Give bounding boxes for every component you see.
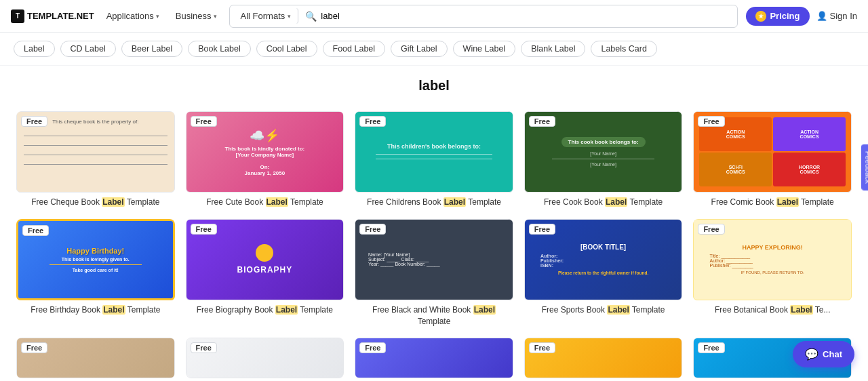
card-bottom-3[interactable]: Free: [355, 338, 513, 378]
card-preview-bottom1: Free: [16, 338, 175, 378]
card-label: Free Black and White Book Label Template: [355, 304, 513, 327]
card-childrens-book[interactable]: Free This children's book belongs to: Fr…: [355, 111, 513, 208]
chip-label[interactable]: Label: [14, 41, 55, 57]
chip-book-label[interactable]: Book Label: [188, 41, 251, 57]
preview-details: Author:Publisher:ISBN:: [540, 254, 666, 268]
preview-title: Happy Birthday!: [66, 247, 124, 255]
card-label: Free Botanical Book Label Te...: [693, 304, 852, 316]
card-label: Free Comic Book Label Template: [693, 197, 852, 208]
chat-icon: 💬: [805, 348, 818, 361]
highlight-label: Label: [102, 197, 124, 207]
free-badge: Free: [529, 342, 555, 353]
card-label: Free Biography Book Label Template: [186, 304, 344, 316]
logo[interactable]: T TEMPLATE.NET: [11, 9, 94, 23]
card-grid: Free This cheque book is the property of…: [0, 100, 868, 381]
feedback-tab[interactable]: Feedback: [861, 144, 868, 190]
card-biography-book[interactable]: Free BIOGRAPHY Free Biography Book Label…: [186, 219, 344, 327]
highlight-label: Label: [473, 305, 496, 315]
card-bottom-2[interactable]: Free: [186, 338, 344, 378]
preview-footer: Take good care of it!: [73, 268, 119, 273]
free-badge: Free: [191, 116, 217, 127]
highlight-label: Label: [605, 197, 627, 207]
card-bw-book[interactable]: Free Name: [Your Name] Subject: _____ Cl…: [355, 219, 513, 327]
preview-footer: Please return to the rightful owner if f…: [558, 270, 648, 275]
preview-name2: [Your Name]: [590, 162, 616, 167]
highlight-label: Label: [776, 197, 799, 207]
nav-applications[interactable]: Applications ▾: [102, 8, 163, 24]
card-comic-book[interactable]: Free ACTIONCOMICS ACTIONCOMICS SCI-FICOM…: [693, 111, 852, 208]
card-label: Free Cook Book Label Template: [524, 197, 683, 208]
header: T TEMPLATE.NET Applications ▾ Business ▾…: [0, 0, 868, 33]
free-badge: Free: [21, 342, 47, 353]
pricing-button[interactable]: ★ Pricing: [746, 7, 809, 26]
preview-field: [24, 140, 167, 146]
preview-line: [376, 154, 492, 155]
chevron-down-icon: ▾: [214, 13, 217, 20]
preview-line: [552, 159, 654, 159]
preview-title: This children's book belongs to:: [387, 143, 481, 150]
card-bottom-4[interactable]: Free: [524, 338, 683, 378]
comic-grid: ACTIONCOMICS ACTIONCOMICS SCI-FICOMICS H…: [699, 117, 846, 186]
preview-biography-text: BIOGRAPHY: [237, 265, 293, 275]
card-botanical-book[interactable]: Free HAPPY EXPLORING! Title: ___________…: [693, 219, 852, 327]
preview-details: Title: ___________ Author: __________ Pu…: [710, 254, 835, 268]
card-preview-bottom4: Free: [524, 338, 683, 378]
crown-icon: ★: [755, 11, 766, 22]
comic-cell-scifi: SCI-FICOMICS: [699, 153, 772, 186]
preview-subtitle: This book is lovingly given to.: [62, 257, 130, 262]
card-cheque-book[interactable]: Free This cheque book is the property of…: [16, 111, 175, 208]
avatar-icon: [256, 244, 273, 262]
highlight-label: Label: [266, 197, 288, 207]
format-selector[interactable]: All Formats ▾: [237, 8, 299, 24]
card-preview-comic: Free ACTIONCOMICS ACTIONCOMICS SCI-FICOM…: [693, 111, 852, 193]
search-input[interactable]: [321, 11, 730, 21]
free-badge: Free: [191, 342, 217, 353]
card-bottom-1[interactable]: Free: [16, 338, 175, 378]
preview-name: [Your Name]: [590, 151, 616, 156]
preview-field: [24, 159, 167, 165]
comic-cell-horror: HORRORCOMICS: [773, 153, 846, 186]
logo-icon: T: [11, 9, 24, 23]
cloud-icon: ☁️⚡: [250, 128, 279, 143]
preview-footer: IF FOUND, PLEASE RETURN TO:: [741, 270, 804, 275]
free-badge: Free: [191, 224, 217, 235]
card-preview-biography: Free BIOGRAPHY: [186, 219, 344, 300]
highlight-label: Label: [102, 305, 125, 315]
card-preview-cute: Free ☁️⚡ This book is kindly donated to:…: [186, 111, 344, 193]
card-label: Free Childrens Book Label Template: [355, 197, 513, 208]
card-preview-bw: Free Name: [Your Name] Subject: _____ Cl…: [355, 219, 513, 300]
chip-cd-label[interactable]: CD Label: [60, 41, 116, 57]
card-sports-book[interactable]: Free [BOOK TITLE] Author:Publisher:ISBN:…: [524, 219, 683, 327]
chip-gift-label[interactable]: Gift Label: [391, 41, 448, 57]
chip-labels-card[interactable]: Labels Card: [591, 41, 656, 57]
highlight-label: Label: [790, 305, 812, 315]
free-badge: Free: [22, 225, 49, 236]
signin-button[interactable]: 👤 Sign In: [816, 11, 857, 21]
chip-cool-label[interactable]: Cool Label: [256, 41, 317, 57]
user-icon: 👤: [816, 11, 827, 21]
nav-business[interactable]: Business ▾: [172, 8, 221, 24]
preview-line: [50, 264, 142, 265]
free-badge: Free: [529, 116, 555, 127]
card-cook-book[interactable]: Free This cook book belongs to: [Your Na…: [524, 111, 683, 208]
card-label: Free Cute Book Label Template: [186, 197, 344, 208]
chevron-down-icon: ▾: [156, 13, 159, 20]
card-preview-bottom2: Free: [186, 338, 344, 378]
free-badge: Free: [359, 224, 386, 235]
card-birthday-book[interactable]: Free Happy Birthday! This book is loving…: [16, 219, 175, 327]
card-label: Free Cheque Book Label Template: [16, 197, 175, 208]
search-icon: 🔍: [305, 11, 317, 22]
highlight-label: Label: [607, 305, 629, 315]
preview-field: [24, 131, 167, 136]
filter-bar: Label CD Label Beer Label Book Label Coo…: [0, 33, 868, 66]
card-cute-book[interactable]: Free ☁️⚡ This book is kindly donated to:…: [186, 111, 344, 208]
free-badge: Free: [698, 224, 724, 235]
chat-button[interactable]: 💬 Chat: [793, 341, 854, 367]
preview-title: This cook book belongs to:: [561, 137, 646, 147]
chip-beer-label[interactable]: Beer Label: [121, 41, 182, 57]
preview-title: HAPPY EXPLORING!: [743, 244, 803, 251]
chip-wine-label[interactable]: Wine Label: [453, 41, 516, 57]
card-preview-birthday: Free Happy Birthday! This book is loving…: [16, 219, 175, 300]
chip-food-label[interactable]: Food Label: [323, 41, 386, 57]
chip-blank-label[interactable]: Blank Label: [521, 41, 585, 57]
